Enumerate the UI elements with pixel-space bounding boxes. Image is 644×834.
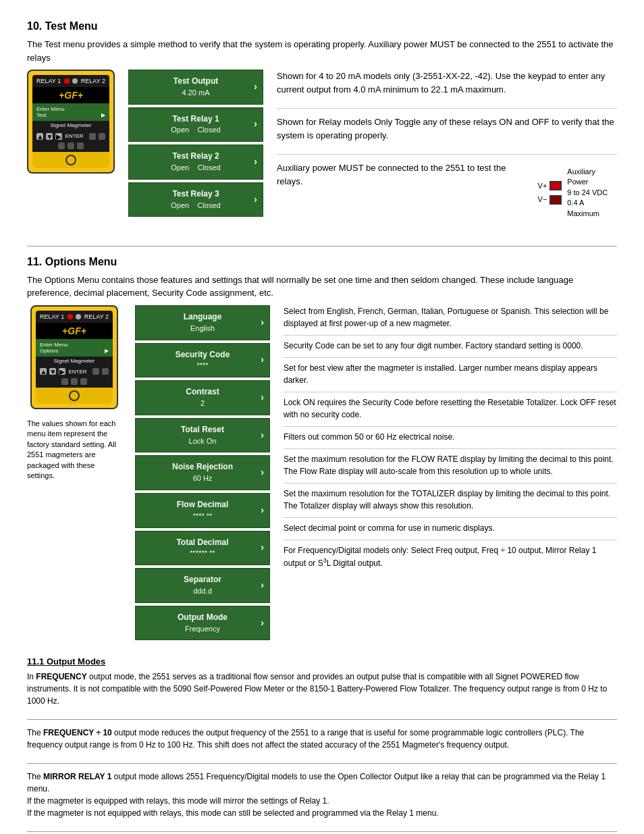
options-left: RELAY 1 RELAY 2 +GF+ Enter Menu Options …: [27, 305, 122, 643]
menu-line2-11: Options: [40, 348, 59, 354]
device-brand-10: +GF+: [32, 87, 109, 103]
device-top-11: RELAY 1 RELAY 2: [36, 311, 113, 323]
terminal-rect-plus: [549, 181, 562, 190]
menu-item-output-mode[interactable]: Output ModeFrequency›: [135, 606, 270, 641]
info-text-10-1: Shown for 4 to 20 mA models only (3-2551…: [277, 70, 617, 96]
menu-item-noise-rejection[interactable]: Noise Rejection60 Hz›: [135, 455, 270, 490]
menu-item-flow-decimal[interactable]: Flow Decimal**** **›: [135, 493, 270, 528]
info-contrast: Set for best view after the magmeter is …: [284, 362, 617, 392]
block-frequency-div-10: The FREQUENCY ÷ 10 output mode reduces t…: [27, 727, 617, 764]
section-11: 11. Options Menu The Options Menu contai…: [27, 256, 617, 643]
nav-down-10: ▼: [46, 133, 53, 140]
text-frequency-div-10: The FREQUENCY ÷ 10 output mode reduces t…: [27, 727, 617, 751]
block-mirror-relay: The MIRROR RELAY 1 output mode allows 25…: [27, 771, 617, 832]
section-11-title: 11. Options Menu: [27, 256, 617, 268]
nav-up-10: ▲: [36, 133, 43, 140]
terminal-v-plus: V+: [538, 180, 562, 192]
device-box-11: RELAY 1 RELAY 2 +GF+ Enter Menu Options …: [30, 305, 118, 409]
btn4-10: [68, 142, 74, 149]
power-label: Auxiliary Power9 to 24 VDC0.4 A Maximum: [567, 167, 617, 219]
nav-right-11: ▶: [59, 368, 65, 375]
options-menu-panel: LanguageEnglish› Security Code****› Cont…: [135, 305, 270, 643]
block-frequency: In FREQUENCY output mode, the 2551 serve…: [27, 671, 617, 720]
device-circle-11: [69, 390, 80, 401]
text-mirror-relay: The MIRROR RELAY 1 output mode allows 25…: [27, 771, 617, 819]
device-menu-10: Enter Menu Test ▶: [32, 103, 109, 121]
btn1-10: [89, 133, 96, 140]
menu-item-separator[interactable]: Separatorddd.d›: [135, 568, 270, 603]
info-block-10-1: Shown for 4 to 20 mA models only (3-2551…: [277, 70, 617, 109]
enter-label-10: ENTER: [65, 133, 83, 139]
btn2-10: [99, 133, 105, 140]
enter-label-11: ENTER: [68, 369, 86, 375]
info-security-code: Security Code can be set to any four dig…: [284, 340, 617, 358]
device-circle-10: [65, 155, 76, 165]
info-total-reset: Lock ON requires the Security Code befor…: [284, 396, 617, 427]
device-bottom-10: [32, 152, 109, 168]
relay2-dot-11: [76, 314, 81, 319]
power-diagram: V+ V− Auxiliary Power9 to 24 VDC0.4 A Ma…: [538, 167, 617, 219]
info-language: Select from English, French, German, Ita…: [284, 305, 617, 336]
device-menu-11: Enter Menu Options ▶: [36, 339, 113, 357]
divider-10-11: [27, 246, 617, 246]
info-text-10-2: Shown for Relay models Only Toggle any o…: [277, 115, 617, 142]
section-10-content: RELAY 1 RELAY 2 +GF+ Enter Menu Test ▶ S…: [27, 70, 617, 232]
info-flow-decimal: Set the maximum resolution for the FLOW …: [284, 453, 617, 484]
menu-item-contrast[interactable]: Contrast2›: [135, 380, 270, 415]
signet-label-10: Signet Magmeter: [32, 121, 109, 130]
relay1-dot-11: [68, 314, 73, 319]
relay1-label: RELAY 1: [36, 78, 61, 84]
menu-line1-10: Enter Menu: [36, 106, 64, 112]
menu-item-total-decimal[interactable]: Total Decimal****** **›: [135, 531, 270, 566]
btn3-10: [58, 142, 65, 149]
device-diagram-10: RELAY 1 RELAY 2 +GF+ Enter Menu Test ▶ S…: [27, 70, 115, 232]
menu-line1-11: Enter Menu: [40, 342, 68, 348]
device-brand-11: +GF+: [36, 323, 113, 339]
menu-item-test-relay-1[interactable]: Test Relay 1Open Closed ›: [128, 107, 263, 142]
menu-line2-10: Test: [36, 112, 47, 118]
btn5-11: [80, 378, 87, 385]
section-10-title: 10. Test Menu: [27, 20, 617, 32]
relay2-label: RELAY 2: [81, 78, 105, 84]
info-output-mode: For Frequency/Digital models only: Selec…: [284, 544, 617, 575]
menu-item-security-code[interactable]: Security Code****›: [135, 343, 270, 378]
info-block-10-2: Shown for Relay models Only Toggle any o…: [277, 115, 617, 155]
section-11-intro: The Options Menu contains those features…: [27, 273, 617, 300]
menu-arrow-10: ▶: [101, 112, 105, 118]
terminal-v-minus: V−: [538, 194, 562, 205]
menu-item-total-reset[interactable]: Total ResetLock On›: [135, 418, 270, 453]
device-top-10: RELAY 1 RELAY 2: [32, 75, 109, 87]
terminal-rect-minus: [549, 195, 562, 205]
info-noise-rejection: Filters out common 50 or 60 Hz electrica…: [284, 431, 617, 449]
nav-down-11: ▼: [49, 368, 56, 375]
menu-item-test-relay-2[interactable]: Test Relay 2Open Closed ›: [128, 145, 263, 180]
relay1-label-11: RELAY 1: [40, 313, 64, 320]
menu-arrow-11: ▶: [105, 348, 109, 354]
menu-panel-10: Test Output4.20 mA › Test Relay 1Open Cl…: [128, 70, 263, 232]
info-separator: Select decimal point or comma for use in…: [284, 522, 617, 540]
device-nav-11: ▲ ▼ ▶ ENTER: [36, 365, 113, 388]
device-nav-10: ▲ ▼ ▶ ENTER: [32, 130, 109, 152]
section-11-1: 11.1 Output Modes In FREQUENCY output mo…: [27, 656, 617, 834]
section-11-1-title: 11.1 Output Modes: [27, 656, 617, 667]
options-note: The values shown for each menu item repr…: [27, 419, 122, 481]
btn1-11: [92, 368, 99, 375]
section-11-content: RELAY 1 RELAY 2 +GF+ Enter Menu Options …: [27, 305, 617, 643]
menu-item-test-relay-3[interactable]: Test Relay 3Open Closed ›: [128, 182, 263, 217]
section-10-right-info: Shown for 4 to 20 mA models only (3-2551…: [277, 70, 617, 232]
device-bottom-11: [36, 388, 113, 404]
section-10-intro: The Test menu provides a simple method t…: [27, 38, 617, 64]
menu-item-test-output[interactable]: Test Output4.20 mA ›: [128, 70, 263, 105]
relay1-dot: [64, 78, 70, 84]
menu-item-language[interactable]: LanguageEnglish›: [135, 305, 270, 340]
section-10: 10. Test Menu The Test menu provides a s…: [27, 20, 617, 232]
terminal-block: V+ V−: [538, 180, 562, 205]
text-frequency: In FREQUENCY output mode, the 2551 serve…: [27, 671, 617, 707]
info-text-10-3: Auxiliary power MUST be connected to the…: [277, 161, 530, 188]
info-block-10-3: Auxiliary power MUST be connected to the…: [277, 161, 617, 226]
btn3-11: [61, 378, 68, 385]
nav-right-10: ▶: [55, 133, 62, 140]
relay2-dot: [72, 78, 78, 84]
btn2-11: [102, 368, 109, 375]
signet-label-11: Signet Magmeter: [36, 357, 113, 365]
